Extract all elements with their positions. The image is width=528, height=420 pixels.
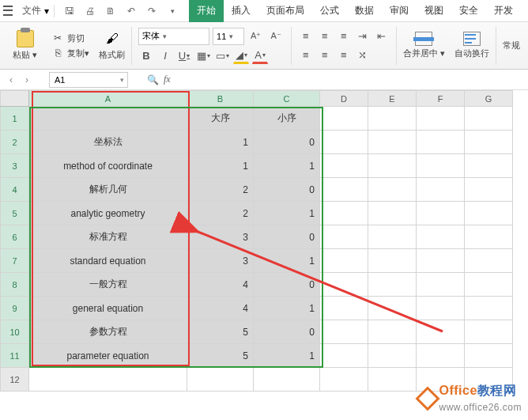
cell[interactable]: parameter equation bbox=[29, 344, 187, 368]
cell[interactable] bbox=[29, 107, 187, 131]
cell[interactable] bbox=[320, 320, 368, 344]
cell[interactable] bbox=[320, 344, 368, 368]
cell[interactable] bbox=[368, 202, 417, 225]
copy-button[interactable]: 复制 ▾ bbox=[51, 47, 89, 59]
cell[interactable]: 0 bbox=[254, 225, 320, 249]
cell[interactable] bbox=[465, 202, 513, 225]
cell[interactable] bbox=[368, 273, 417, 297]
cell[interactable] bbox=[368, 178, 417, 202]
file-menu[interactable]: 文件 bbox=[22, 4, 41, 17]
cell[interactable]: 0 bbox=[254, 131, 320, 154]
col-header[interactable]: G bbox=[465, 91, 513, 107]
save-icon[interactable]: 🖫 bbox=[62, 4, 77, 18]
file-dropdown-icon[interactable]: ▾ bbox=[44, 6, 49, 17]
col-header[interactable]: A bbox=[29, 91, 187, 107]
col-header[interactable]: E bbox=[368, 91, 417, 107]
undo-icon[interactable]: ↶ bbox=[124, 4, 138, 18]
format-painter-button[interactable]: 格式刷 bbox=[94, 27, 130, 64]
orientation-button[interactable]: ⤭ bbox=[355, 47, 371, 63]
cell[interactable]: 1 bbox=[254, 297, 320, 320]
align-right-button[interactable]: ≡ bbox=[336, 47, 352, 63]
col-header[interactable]: F bbox=[417, 91, 465, 107]
border-button[interactable]: ▦▾ bbox=[195, 48, 211, 64]
cell[interactable] bbox=[368, 249, 417, 273]
tab-dev[interactable]: 开发 bbox=[486, 0, 521, 22]
search-icon[interactable] bbox=[147, 74, 159, 85]
align-top-button[interactable]: ≡ bbox=[298, 28, 314, 44]
cell[interactable]: 1 bbox=[187, 131, 254, 154]
font-size-combo[interactable]: 11▾ bbox=[213, 28, 244, 45]
col-header[interactable]: C bbox=[254, 91, 320, 107]
align-center-button[interactable]: ≡ bbox=[317, 47, 333, 63]
cell[interactable] bbox=[465, 131, 513, 154]
cell[interactable] bbox=[417, 320, 465, 344]
cell[interactable]: 5 bbox=[187, 344, 254, 368]
tab-view[interactable]: 视图 bbox=[417, 0, 451, 22]
row-header[interactable]: 4 bbox=[1, 178, 29, 202]
cell[interactable]: analytic geometry bbox=[29, 202, 187, 225]
cut-button[interactable]: 剪切 bbox=[51, 32, 89, 44]
cell[interactable]: 0 bbox=[254, 273, 320, 297]
cell[interactable]: 1 bbox=[187, 154, 254, 178]
cell[interactable]: 0 bbox=[254, 178, 320, 202]
cell[interactable] bbox=[320, 131, 368, 154]
underline-button[interactable]: U▾ bbox=[176, 48, 192, 64]
nav-next-icon[interactable]: › bbox=[19, 72, 35, 88]
number-format-group[interactable]: 常规 bbox=[498, 36, 525, 55]
align-left-button[interactable]: ≡ bbox=[298, 47, 314, 63]
cell[interactable] bbox=[368, 154, 417, 178]
cell[interactable]: 1 bbox=[254, 344, 320, 368]
cell[interactable]: 3 bbox=[187, 225, 254, 249]
cell[interactable] bbox=[187, 368, 254, 392]
print-preview-icon[interactable]: 🗎 bbox=[104, 4, 118, 18]
cell[interactable] bbox=[368, 131, 417, 154]
tab-start[interactable]: 开始 bbox=[189, 0, 224, 22]
cell[interactable]: 1 bbox=[254, 249, 320, 273]
nav-prev-icon[interactable]: ‹ bbox=[3, 72, 19, 88]
row-header[interactable]: 3 bbox=[1, 154, 29, 178]
paste-button[interactable]: 粘贴 ▾ bbox=[8, 27, 42, 64]
cell[interactable] bbox=[417, 249, 465, 273]
cell[interactable] bbox=[465, 249, 513, 273]
tab-security[interactable]: 安全 bbox=[451, 0, 486, 22]
cell[interactable] bbox=[320, 202, 368, 225]
cell[interactable] bbox=[417, 131, 465, 154]
cell-style-button[interactable]: ▭▾ bbox=[214, 48, 230, 64]
cell[interactable]: 参数方程 bbox=[29, 320, 187, 344]
cell[interactable]: 1 bbox=[254, 202, 320, 225]
cell[interactable] bbox=[417, 202, 465, 225]
tab-insert[interactable]: 插入 bbox=[224, 0, 258, 22]
cell[interactable]: 小序 bbox=[254, 107, 320, 131]
row-header[interactable]: 6 bbox=[1, 225, 29, 249]
cell[interactable]: 标准方程 bbox=[29, 225, 187, 249]
cell[interactable] bbox=[417, 178, 465, 202]
row-header[interactable]: 1 bbox=[1, 107, 29, 131]
col-header[interactable]: D bbox=[320, 91, 368, 107]
cell[interactable] bbox=[320, 154, 368, 178]
cell[interactable] bbox=[465, 297, 513, 320]
tab-review[interactable]: 审阅 bbox=[382, 0, 417, 22]
bold-button[interactable]: B bbox=[138, 48, 154, 64]
cell[interactable]: 1 bbox=[254, 154, 320, 178]
fill-color-button[interactable]: ◢▾ bbox=[233, 48, 249, 64]
cell[interactable] bbox=[320, 368, 368, 392]
cell[interactable] bbox=[465, 320, 513, 344]
tab-data[interactable]: 数据 bbox=[347, 0, 382, 22]
tab-layout[interactable]: 页面布局 bbox=[258, 0, 312, 22]
cell[interactable] bbox=[320, 249, 368, 273]
cell[interactable] bbox=[417, 107, 465, 131]
cell[interactable] bbox=[368, 320, 417, 344]
cell[interactable]: 4 bbox=[187, 297, 254, 320]
cell[interactable] bbox=[320, 225, 368, 249]
cell[interactable] bbox=[368, 225, 417, 249]
tab-formula[interactable]: 公式 bbox=[312, 0, 347, 22]
row-header[interactable]: 10 bbox=[1, 320, 29, 344]
indent-dec-button[interactable]: ⇤ bbox=[374, 28, 390, 44]
cell[interactable]: 2 bbox=[187, 202, 254, 225]
cell[interactable] bbox=[320, 107, 368, 131]
row-header[interactable]: 5 bbox=[1, 202, 29, 225]
row-header[interactable]: 9 bbox=[1, 297, 29, 320]
cell[interactable]: 5 bbox=[187, 320, 254, 344]
cell[interactable] bbox=[465, 178, 513, 202]
cell[interactable]: 0 bbox=[254, 320, 320, 344]
